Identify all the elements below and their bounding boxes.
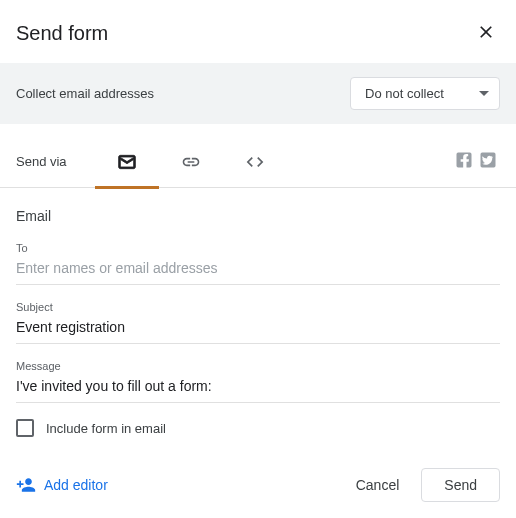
subject-input[interactable]: [16, 317, 500, 337]
message-label: Message: [16, 360, 500, 372]
facebook-icon: [454, 150, 474, 170]
person-add-icon: [16, 475, 36, 495]
dialog-footer: Add editor Cancel Send: [0, 454, 516, 518]
collect-email-bar: Collect email addresses Do not collect: [0, 63, 516, 124]
dialog-header: Send form: [0, 0, 516, 63]
include-form-checkbox[interactable]: [16, 419, 34, 437]
message-field: Message: [16, 360, 500, 403]
include-form-label: Include form in email: [46, 421, 166, 436]
send-button[interactable]: Send: [421, 468, 500, 502]
add-editor-button[interactable]: Add editor: [16, 475, 108, 495]
to-label: To: [16, 242, 500, 254]
tab-email[interactable]: [95, 136, 159, 188]
email-icon: [117, 152, 137, 172]
link-icon: [181, 152, 201, 172]
dropdown-selected: Do not collect: [365, 86, 444, 101]
email-body: Email To Subject Message Include form in…: [0, 188, 516, 454]
tab-embed[interactable]: [223, 136, 287, 188]
code-icon: [245, 152, 265, 172]
add-editor-label: Add editor: [44, 477, 108, 493]
subject-field: Subject: [16, 301, 500, 344]
cancel-button[interactable]: Cancel: [342, 469, 414, 501]
message-input[interactable]: [16, 376, 500, 396]
close-button[interactable]: [472, 18, 500, 49]
tab-link[interactable]: [159, 136, 223, 188]
send-form-dialog: Send form Collect email addresses Do not…: [0, 0, 516, 518]
to-field: To: [16, 242, 500, 285]
dialog-title: Send form: [16, 22, 108, 45]
email-section-title: Email: [16, 208, 500, 224]
close-icon: [476, 22, 496, 42]
share-twitter-button[interactable]: [476, 150, 500, 173]
collect-email-dropdown[interactable]: Do not collect: [350, 77, 500, 110]
send-via-row: Send via: [0, 136, 516, 188]
collect-email-label: Collect email addresses: [16, 86, 154, 101]
chevron-down-icon: [479, 89, 489, 99]
to-input[interactable]: [16, 258, 500, 278]
include-form-row: Include form in email: [16, 419, 500, 437]
send-via-label: Send via: [16, 154, 67, 169]
twitter-icon: [478, 150, 498, 170]
share-facebook-button[interactable]: [452, 150, 476, 173]
subject-label: Subject: [16, 301, 500, 313]
